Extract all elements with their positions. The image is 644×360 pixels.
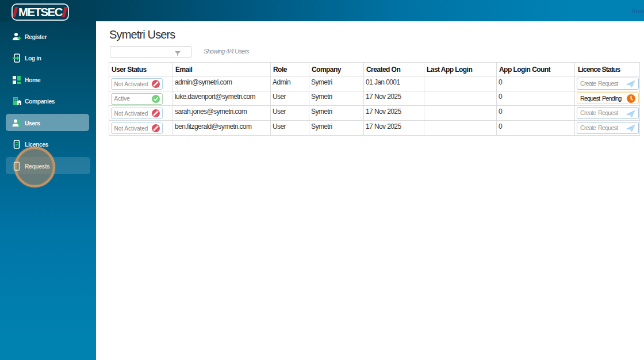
svg-text:?: ? [15, 163, 18, 169]
